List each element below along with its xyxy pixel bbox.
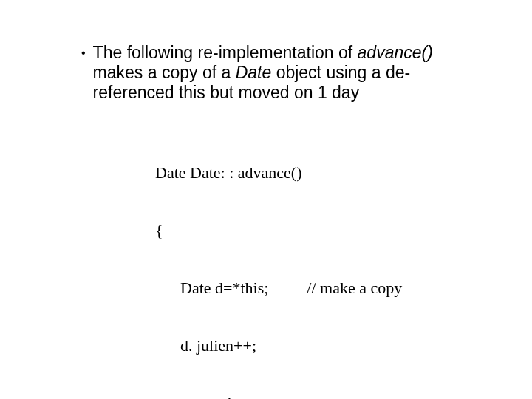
text-part-1: The following re-implementation of xyxy=(93,43,358,62)
code-stmt: Date d=*this; xyxy=(180,279,268,297)
code-comment: // make a copy xyxy=(307,279,402,298)
code-line: d. julien++; xyxy=(155,336,480,355)
code-snippet-definition: Date Date: : advance() { Date d=*this;//… xyxy=(155,125,480,399)
code-line: Date d=*this;// make a copy xyxy=(155,279,480,298)
code-ref-advance: advance() xyxy=(358,43,433,62)
code-line: return d; xyxy=(155,394,480,399)
text-part-2: makes a copy of a xyxy=(93,63,236,82)
bullet-marker: • xyxy=(81,43,86,64)
code-line: { xyxy=(155,221,480,240)
code-line: Date Date: : advance() xyxy=(155,163,480,183)
bullet-item: • The following re-implementation of adv… xyxy=(52,43,480,103)
code-ref-date: Date xyxy=(236,63,272,82)
bullet-text: The following re-implementation of advan… xyxy=(93,43,480,103)
